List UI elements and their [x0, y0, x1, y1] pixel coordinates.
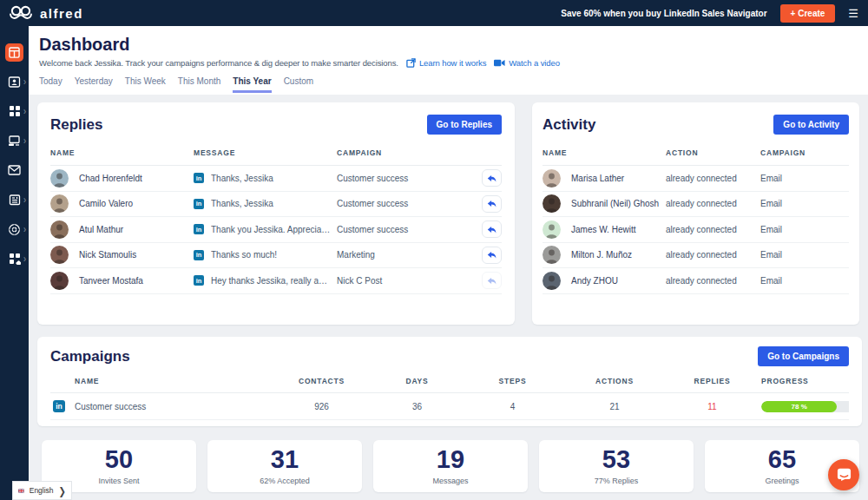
stat-label: 62% Accepted	[260, 477, 310, 485]
reply-button[interactable]	[482, 272, 502, 289]
grid-icon	[5, 102, 23, 121]
activity-row[interactable]: Subhranil (Neil) Ghosh already connected…	[542, 192, 849, 218]
stat-label: 77% Replies	[595, 477, 639, 485]
language-selector[interactable]: English ❯	[12, 481, 72, 500]
reply-row[interactable]: Tanveer Mostafa in Hey thanks Jessika, r…	[50, 268, 502, 294]
linkedin-icon: in	[194, 199, 204, 209]
avatar	[542, 272, 561, 290]
replies-table: Chad Horenfeldt in Thanks, Jessika Custo…	[50, 166, 502, 294]
campaign-name: Customer success	[337, 225, 472, 234]
dashboard-icon	[5, 43, 23, 62]
sidebar-item-support[interactable]: ❯	[0, 214, 29, 244]
reply-row[interactable]: Atul Mathur in Thank you Jessika. Apprec…	[50, 217, 502, 243]
tab[interactable]: Custom	[284, 76, 313, 93]
promo-text: Save 60% when you buy LinkedIn Sales Nav…	[561, 9, 766, 18]
contact-name: James W. Hewitt	[571, 225, 635, 234]
devices-icon	[5, 132, 23, 150]
reply-arrow-icon	[486, 276, 497, 286]
action-text: already connected	[666, 276, 760, 286]
stat-value: 19	[437, 447, 464, 472]
go-to-campaigns-button[interactable]: Go to Campaigns	[758, 346, 849, 366]
contact-card-icon	[5, 73, 23, 91]
contact-name: Tanveer Mostafa	[79, 276, 143, 286]
tab[interactable]: This Month	[178, 76, 220, 93]
chevron-right-icon: ❯	[23, 227, 26, 232]
campaigns-card: Campaigns Go to Campaigns NAME CONTACTS …	[37, 337, 862, 426]
stat-value: 50	[105, 447, 133, 472]
learn-how-link[interactable]: Learn how it works	[406, 58, 486, 68]
chevron-right-icon: ❯	[23, 138, 26, 143]
activity-row[interactable]: Milton J. Muñoz already connected Email	[542, 243, 849, 269]
page-title: Dashboard	[39, 35, 858, 55]
campaigns-table: in Customer success 926 36 4 21 11 78 %	[50, 393, 849, 420]
activity-row[interactable]: James W. Hewitt already connected Email	[542, 217, 849, 243]
progress-bar: 78 %	[761, 401, 849, 412]
campaign-name: Email	[760, 250, 849, 260]
avatar	[542, 220, 561, 239]
stat-card: 31 62% Accepted	[207, 440, 362, 492]
tab[interactable]: This Week	[125, 76, 166, 93]
alfred-logo-icon	[10, 4, 32, 22]
menu-icon[interactable]: ☰	[848, 8, 858, 19]
reply-row[interactable]: Chad Horenfeldt in Thanks, Jessika Custo…	[50, 166, 502, 192]
sidebar-item-integrations[interactable]: ❯	[0, 244, 29, 273]
linkedin-icon: in	[194, 224, 204, 234]
sidebar-item-campaigns[interactable]: ❯	[0, 96, 29, 126]
tab[interactable]: This Year	[233, 76, 271, 93]
chevron-right-icon: ❯	[23, 79, 26, 84]
activity-card: Activity Go to Activity NAME ACTION CAMP…	[532, 102, 859, 325]
sidebar-item-dashboard[interactable]	[0, 37, 29, 67]
contact-name: Chad Horenfeldt	[79, 174, 142, 183]
reply-button[interactable]	[482, 247, 502, 264]
sidebar-item-devices[interactable]: ❯	[0, 126, 29, 155]
activity-row[interactable]: Marisa Lather already connected Email	[542, 166, 849, 192]
reply-row[interactable]: Nick Stamoulis in Thanks so much! Market…	[50, 243, 502, 269]
welcome-text: Welcome back Jessika. Track your campaig…	[39, 58, 398, 68]
avatar	[50, 246, 69, 264]
avatar	[50, 169, 69, 188]
campaign-row[interactable]: in Customer success 926 36 4 21 11 78 %	[50, 393, 849, 420]
reply-arrow-icon	[486, 225, 497, 234]
topbar: alfred Save 60% when you buy LinkedIn Sa…	[0, 0, 868, 26]
contact-name: Marisa Lather	[571, 174, 624, 183]
tab[interactable]: Today	[39, 76, 62, 93]
chevron-right-icon: ❯	[59, 484, 66, 496]
brand[interactable]: alfred	[10, 4, 83, 22]
contact-name: Camilo Valero	[79, 199, 133, 208]
sidebar-item-templates[interactable]: ❯	[0, 185, 29, 214]
stat-label: Invites Sent	[98, 477, 139, 485]
intercom-chat-button[interactable]	[828, 459, 859, 490]
campaign-name: Nick C Post	[337, 276, 472, 286]
stat-card: 19 Messages	[373, 440, 528, 492]
stat-value: 65	[768, 447, 796, 472]
create-button[interactable]: + Create	[780, 4, 836, 23]
avatar	[542, 246, 561, 264]
reply-button[interactable]	[482, 195, 502, 213]
language-label: English	[30, 486, 54, 495]
action-text: already connected	[666, 199, 760, 208]
tab[interactable]: Yesterday	[75, 76, 113, 93]
action-text: already connected	[666, 250, 760, 260]
reply-button[interactable]	[482, 169, 502, 187]
stat-label: Greetings	[765, 477, 799, 485]
avatar	[50, 194, 69, 213]
go-to-replies-button[interactable]: Go to Replies	[427, 115, 502, 135]
reply-row[interactable]: Camilo Valero in Thanks, Jessika Custome…	[50, 192, 502, 218]
activity-title: Activity	[542, 116, 595, 134]
sidebar-item-inbox[interactable]	[0, 155, 29, 185]
reply-button[interactable]	[482, 220, 502, 238]
action-text: already connected	[666, 174, 760, 183]
replies-value: 11	[675, 402, 749, 411]
chat-bubble-icon	[837, 468, 852, 482]
reply-arrow-icon	[486, 174, 497, 183]
sidebar-item-contacts[interactable]: ❯	[0, 67, 29, 96]
message-text: Thank you Jessika. Appreciate the w...	[211, 225, 337, 234]
campaign-name: Customer success	[75, 402, 151, 411]
campaign-name: Customer success	[337, 174, 472, 183]
watch-video-link[interactable]: Watch a video	[494, 58, 560, 68]
uk-flag-icon	[18, 486, 24, 496]
progress-cell: 78 %	[749, 401, 849, 412]
go-to-activity-button[interactable]: Go to Activity	[773, 115, 849, 135]
activity-row[interactable]: Andy ZHOU already connected Email	[542, 268, 849, 294]
stat-card: 53 77% Replies	[539, 440, 694, 492]
